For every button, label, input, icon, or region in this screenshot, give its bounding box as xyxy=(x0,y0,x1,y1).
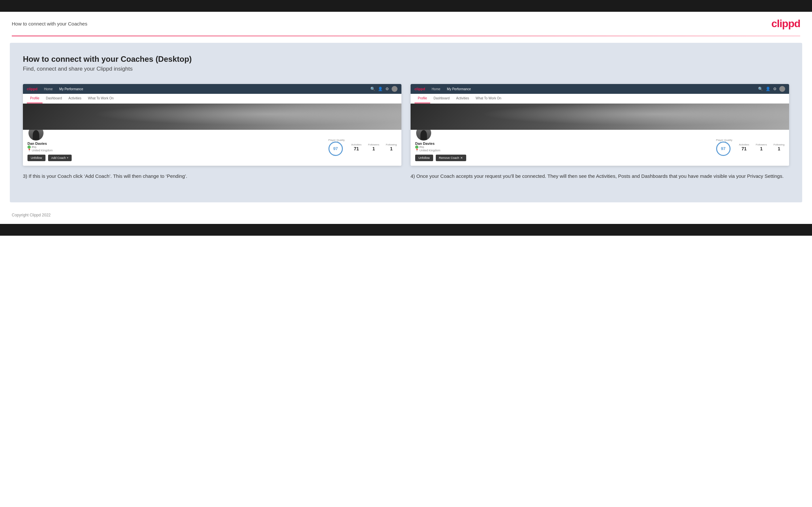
mock-banner-overlay-right xyxy=(411,104,789,130)
followers-label-left: Followers xyxy=(368,143,379,146)
remove-coach-button-right[interactable]: Remove Coach ✕ xyxy=(436,155,466,161)
following-label-left: Following xyxy=(386,143,397,146)
location-pin-right: 📍 xyxy=(415,149,419,152)
user-info-col-right: Dan Davies Pro 📍 United Kingdom Unfollow xyxy=(415,133,466,161)
avatar-figure-left xyxy=(33,130,39,140)
remove-coach-label-right: Remove Coach xyxy=(439,156,459,160)
badge-label-right: Pro xyxy=(419,146,424,149)
mock-tabs-right: Profile Dashboard Activities What To Wor… xyxy=(411,94,789,104)
close-icon-right: ✕ xyxy=(460,156,463,160)
mock-user-location-left: 📍 United Kingdom xyxy=(28,149,72,152)
player-quality-stat-right: Player Quality 97 xyxy=(716,138,732,156)
pq-circle-left: 97 xyxy=(328,142,343,156)
mock-banner-right xyxy=(411,104,789,130)
screenshot-left-frame: clippd Home My Performance 🔍 👤 ⚙ Profile… xyxy=(23,84,401,166)
page-heading: How to connect with your Coaches (Deskto… xyxy=(23,55,789,64)
clippd-logo: clippd xyxy=(771,18,800,30)
header-divider xyxy=(12,36,800,36)
mock-nav-right-right: 🔍 👤 ⚙ xyxy=(758,86,785,92)
mock-nav-myperformance-left: My Performance xyxy=(59,87,83,91)
followers-label-right: Followers xyxy=(756,143,767,146)
mock-profile-right: Dan Davies Pro 📍 United Kingdom Unfollow xyxy=(411,130,789,166)
mock-user-badge-left: Pro xyxy=(28,146,72,149)
mock-user-badge-right: Pro xyxy=(415,146,466,149)
following-value-right: 1 xyxy=(773,146,784,151)
page-subheading: Find, connect and share your Clippd insi… xyxy=(23,66,789,72)
tab-profile-left[interactable]: Profile xyxy=(27,94,43,103)
tab-activities-right[interactable]: Activities xyxy=(453,94,472,103)
avatar-circle-left xyxy=(392,86,398,92)
badge-icon-right xyxy=(415,146,418,149)
tab-activities-left[interactable]: Activities xyxy=(65,94,85,103)
search-icon-right: 🔍 xyxy=(758,87,763,91)
mock-stats-left: Player Quality 97 Activities 71 Follower… xyxy=(328,138,397,156)
settings-icon-right: ⚙ xyxy=(773,87,777,91)
screenshot-left-col: clippd Home My Performance 🔍 👤 ⚙ Profile… xyxy=(23,84,401,180)
location-label-left: United Kingdom xyxy=(32,149,53,152)
footer: Copyright Clippd 2022 xyxy=(0,209,812,224)
mock-tabs-left: Profile Dashboard Activities What To Wor… xyxy=(23,94,401,104)
following-label-right: Following xyxy=(773,143,784,146)
mock-user-name-left: Dan Davies xyxy=(28,142,72,146)
mock-logo-left: clippd xyxy=(27,87,37,91)
player-quality-stat-left: Player Quality 97 xyxy=(328,138,345,156)
mock-logo-right: clippd xyxy=(414,87,425,91)
copyright-text: Copyright Clippd 2022 xyxy=(12,213,51,217)
tab-what-to-work-on-right[interactable]: What To Work On xyxy=(472,94,505,103)
mock-stats-right: Player Quality 97 Activities 71 Follower… xyxy=(716,138,784,156)
mock-nav-left: clippd Home My Performance 🔍 👤 ⚙ xyxy=(23,84,401,94)
user-info-col-left: Dan Davies Pro 📍 United Kingdom Unfollow xyxy=(28,133,72,161)
badge-label-left: Pro xyxy=(32,146,36,149)
followers-stat-right: Followers 1 xyxy=(756,143,767,151)
mock-nav-myperformance-right: My Performance xyxy=(447,87,471,91)
mock-nav-right: clippd Home My Performance 🔍 👤 ⚙ xyxy=(411,84,789,94)
followers-stat-left: Followers 1 xyxy=(368,143,379,151)
activities-value-right: 71 xyxy=(739,146,749,151)
following-value-left: 1 xyxy=(386,146,397,151)
activities-label-right: Activities xyxy=(739,143,749,146)
tab-what-to-work-on-left[interactable]: What To Work On xyxy=(85,94,117,103)
tab-dashboard-left[interactable]: Dashboard xyxy=(43,94,65,103)
pq-label-right: Player Quality xyxy=(716,138,732,142)
settings-icon-left: ⚙ xyxy=(386,87,389,91)
mock-nav-right-left: 🔍 👤 ⚙ xyxy=(370,86,398,92)
user-icon-left: 👤 xyxy=(378,87,383,91)
header-title: How to connect with your Coaches xyxy=(12,21,87,26)
mock-nav-home-right: Home xyxy=(432,87,440,91)
add-coach-button-left[interactable]: Add Coach + xyxy=(48,155,72,161)
tab-dashboard-right[interactable]: Dashboard xyxy=(430,94,453,103)
screenshot-right-frame: clippd Home My Performance 🔍 👤 ⚙ Profile… xyxy=(411,84,789,166)
mock-nav-home-left: Home xyxy=(44,87,53,91)
mock-banner-overlay-left xyxy=(23,104,401,130)
activities-stat-right: Activities 71 xyxy=(739,143,749,151)
following-stat-left: Following 1 xyxy=(386,143,397,151)
mock-profile-left: Dan Davies Pro 📍 United Kingdom Unfollow xyxy=(23,130,401,166)
mock-user-info-left: Dan Davies Pro 📍 United Kingdom Unfollow xyxy=(28,142,72,161)
step-left-description: 3) If this is your Coach click ‘Add Coac… xyxy=(23,172,401,180)
unfollow-button-left[interactable]: Unfollow xyxy=(28,155,46,161)
location-label-right: United Kingdom xyxy=(419,149,440,152)
screenshots-row: clippd Home My Performance 🔍 👤 ⚙ Profile… xyxy=(23,84,789,180)
followers-value-right: 1 xyxy=(756,146,767,151)
plus-icon-left: + xyxy=(67,156,68,160)
search-icon-left: 🔍 xyxy=(370,87,375,91)
followers-value-left: 1 xyxy=(368,146,379,151)
mock-user-location-right: 📍 United Kingdom xyxy=(415,149,466,152)
mock-buttons-right: Unfollow Remove Coach ✕ xyxy=(415,155,466,161)
unfollow-button-right[interactable]: Unfollow xyxy=(415,155,433,161)
mock-user-name-right: Dan Davies xyxy=(415,142,466,146)
header: How to connect with your Coaches clippd xyxy=(0,12,812,36)
tab-profile-right[interactable]: Profile xyxy=(414,94,430,103)
following-stat-right: Following 1 xyxy=(773,143,784,151)
add-coach-label-left: Add Coach xyxy=(51,156,66,160)
avatar-figure-right xyxy=(420,130,427,140)
mock-user-info-right: Dan Davies Pro 📍 United Kingdom Unfollow xyxy=(415,142,466,161)
location-pin-left: 📍 xyxy=(28,149,31,152)
activities-stat-left: Activities 71 xyxy=(351,143,361,151)
top-bar xyxy=(0,0,812,12)
avatar-circle-right xyxy=(779,86,785,92)
mock-banner-left xyxy=(23,104,401,130)
badge-icon-left xyxy=(28,146,31,149)
activities-label-left: Activities xyxy=(351,143,361,146)
screenshot-right-col: clippd Home My Performance 🔍 👤 ⚙ Profile… xyxy=(411,84,789,180)
